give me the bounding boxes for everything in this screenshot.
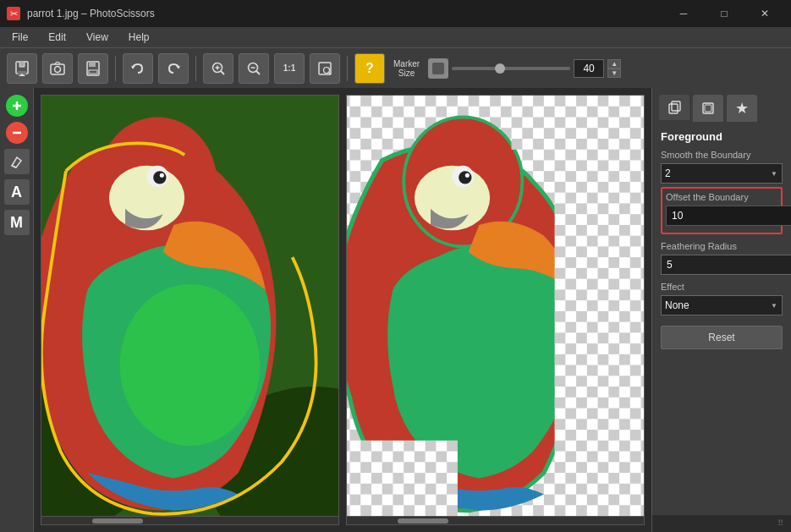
svg-rect-45: [705, 105, 711, 112]
toolbar: 1:1 ? Marker Size ▲ ▼: [0, 47, 791, 88]
tab-copy[interactable]: [659, 95, 689, 122]
svg-line-9: [221, 71, 224, 74]
maximize-button[interactable]: □: [705, 0, 744, 27]
reset-button[interactable]: Reset: [661, 326, 783, 349]
add-foreground-button[interactable]: [6, 95, 28, 117]
save-output-button[interactable]: [7, 53, 37, 84]
tab-layer[interactable]: [693, 95, 723, 122]
zoom-fit-label: 1:1: [283, 63, 295, 73]
bottom-bar: ⠿: [652, 515, 791, 532]
right-image-canvas[interactable]: [347, 96, 644, 516]
text-m-button[interactable]: M: [4, 210, 30, 235]
right-scrollbar-thumb[interactable]: [398, 518, 448, 524]
images-area: [34, 88, 651, 532]
svg-point-14: [324, 67, 330, 73]
feathering-input[interactable]: [661, 255, 791, 275]
svg-rect-41: [512, 96, 644, 150]
minimize-button[interactable]: ─: [664, 0, 703, 27]
app-icon: ✂: [7, 7, 20, 20]
marker-size-input[interactable]: [574, 59, 604, 78]
right-scrollbar[interactable]: [347, 516, 644, 524]
right-image-panel: [346, 95, 645, 525]
svg-line-12: [256, 71, 260, 74]
right-parrot-image: [347, 96, 644, 516]
main-content: A M: [0, 88, 791, 532]
save-button[interactable]: [78, 53, 108, 84]
svg-line-19: [12, 166, 16, 167]
remove-background-button[interactable]: [6, 122, 28, 144]
text-a-button[interactable]: A: [4, 179, 30, 205]
eraser-button[interactable]: [4, 149, 30, 174]
window-title: parrot 1.jpg – PhotoScissors: [27, 8, 155, 19]
right-panel-content: Foreground Smooth the Boundary 2 0 1 3 5…: [652, 122, 791, 515]
help-button[interactable]: ?: [354, 53, 385, 84]
left-parrot-image: [41, 96, 338, 516]
titlebar: ✂ parrot 1.jpg – PhotoScissors ─ □ ✕: [0, 0, 791, 27]
smooth-select[interactable]: 2 0 1 3 5 10: [661, 163, 783, 184]
effect-field-row: None Blur Shadow Glow: [661, 295, 783, 315]
camera-button[interactable]: [42, 53, 73, 84]
toolbar-divider-3: [347, 56, 348, 81]
feathering-field-row: ▲ ▼: [661, 255, 783, 275]
resize-handle[interactable]: ⠿: [777, 518, 788, 529]
text-a-label: A: [11, 184, 22, 201]
menu-file[interactable]: File: [3, 30, 36, 45]
zoom-fit-button[interactable]: 1:1: [274, 53, 305, 84]
offset-input[interactable]: [666, 206, 791, 226]
offset-label: Offset the Boundary: [666, 192, 777, 202]
menu-view[interactable]: View: [78, 30, 117, 45]
effect-label: Effect: [661, 282, 783, 292]
svg-point-38: [465, 173, 470, 178]
svg-point-27: [160, 173, 164, 178]
right-panel: ★ Foreground Smooth the Boundary 2 0 1 3…: [651, 88, 791, 532]
svg-point-26: [153, 171, 166, 184]
svg-point-28: [120, 284, 261, 446]
toolbar-divider-1: [115, 56, 116, 81]
redo-button[interactable]: [158, 53, 189, 84]
help-icon: ?: [365, 61, 374, 76]
zoom-out-button[interactable]: [239, 53, 269, 84]
tools-panel: A M: [0, 88, 34, 532]
marker-size-slider[interactable]: [452, 67, 570, 70]
menubar: File Edit View Help: [0, 27, 791, 47]
svg-rect-5: [89, 70, 97, 74]
offset-boundary-section: Offset the Boundary ▲ ▼: [661, 187, 783, 234]
section-title: Foreground: [661, 130, 783, 143]
svg-rect-43: [672, 101, 680, 111]
menu-edit[interactable]: Edit: [40, 30, 74, 45]
left-scrollbar-thumb[interactable]: [92, 518, 143, 524]
text-m-label: M: [10, 214, 23, 232]
toolbar-divider-2: [195, 56, 196, 81]
close-button[interactable]: ✕: [745, 0, 784, 27]
svg-point-37: [459, 171, 471, 184]
marker-color-icon: [428, 58, 448, 79]
feathering-label: Feathering Radius: [661, 241, 783, 251]
effect-select[interactable]: None Blur Shadow Glow: [661, 295, 783, 315]
left-image-canvas[interactable]: [41, 96, 338, 516]
smooth-field-row: 2 0 1 3 5 10: [661, 163, 783, 184]
star-icon: ★: [735, 99, 749, 118]
zoom-region-button[interactable]: [310, 53, 340, 84]
svg-point-2: [55, 66, 61, 72]
undo-button[interactable]: [123, 53, 153, 84]
offset-field-row: ▲ ▼: [666, 206, 777, 226]
marker-size-down[interactable]: ▼: [607, 69, 621, 78]
window-controls: ─ □ ✕: [664, 0, 784, 27]
menu-help[interactable]: Help: [120, 30, 158, 45]
left-scrollbar[interactable]: [41, 516, 338, 524]
smooth-label: Smooth the Boundary: [661, 150, 783, 160]
tab-star[interactable]: ★: [727, 95, 757, 122]
right-panel-tabs: ★: [652, 88, 791, 122]
left-image-panel: [41, 95, 339, 525]
marker-size-spinner[interactable]: ▲ ▼: [607, 59, 621, 78]
svg-rect-40: [555, 96, 644, 516]
marker-size-label: Marker Size: [393, 59, 420, 78]
zoom-in-button[interactable]: [203, 53, 233, 84]
svg-rect-39: [347, 441, 458, 516]
svg-rect-4: [89, 62, 96, 67]
svg-rect-42: [669, 104, 678, 113]
marker-size-up[interactable]: ▲: [607, 59, 621, 69]
